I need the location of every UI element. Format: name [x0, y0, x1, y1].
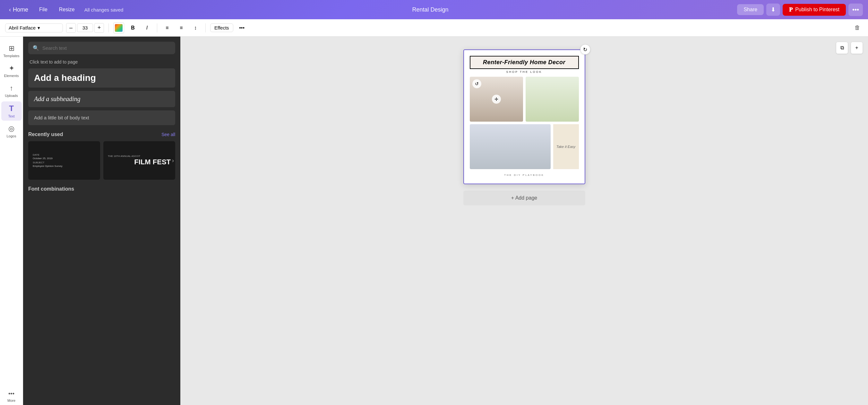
search-box[interactable]: 🔍 [28, 42, 175, 54]
add-subheading-option[interactable]: Add a subheading [28, 91, 175, 107]
text-panel: 🔍 Click text to add to page Add a headin… [23, 37, 180, 405]
recently-used-section-header: Recently used See all [28, 132, 175, 137]
font-size-decrease-button[interactable]: – [66, 23, 76, 33]
sidebar-item-more-label: More [7, 399, 16, 402]
color-swatch [115, 24, 123, 32]
design-card[interactable]: Renter-Friendly Home Decor SHOP THE LOOK… [463, 50, 585, 184]
search-input[interactable] [42, 45, 171, 51]
sidebar-item-text[interactable]: T Text [1, 101, 22, 121]
room-image [470, 124, 551, 169]
share-button[interactable]: Share [737, 4, 764, 15]
sidebar-icons: ⊞ Templates ✦ Elements ↑ Uploads T Text … [0, 37, 23, 405]
see-all-button[interactable]: See all [161, 132, 175, 137]
template2-title: FILM FEST [108, 158, 171, 166]
uploads-icon: ↑ [10, 84, 13, 92]
add-heading-option[interactable]: Add a heading [28, 68, 175, 88]
canvas-area[interactable]: ⧉ + Renter-Friendly Home Decor SHOP THE … [180, 37, 868, 405]
undo-icon[interactable]: ↺ [472, 79, 481, 88]
autosave-status: All changes saved [84, 7, 124, 12]
move-handle[interactable]: ✛ [492, 95, 501, 104]
design-images-top: ↺ ✛ [470, 77, 579, 122]
sidebar-item-uploads[interactable]: ↑ Uploads [1, 82, 22, 100]
list-button[interactable]: ≡ [176, 23, 187, 33]
resize-button[interactable]: Resize [55, 5, 79, 14]
template-card-2[interactable]: THE 16TH ANNUAL ASCOT FILM FEST › [103, 141, 175, 180]
design-subtitle: SHOP THE LOOK [470, 70, 579, 73]
canvas-controls: ⧉ + [836, 42, 863, 54]
rotate-handle[interactable]: ↻ [580, 44, 590, 55]
main-content: ⊞ Templates ✦ Elements ↑ Uploads T Text … [0, 37, 868, 405]
rotate-icon: ↻ [583, 46, 587, 53]
chevron-down-icon: ▾ [37, 25, 40, 31]
bed-image: ↺ ✛ [470, 77, 523, 122]
topbar-more-button[interactable]: ••• [848, 3, 863, 16]
design-card-wrapper: Renter-Friendly Home Decor SHOP THE LOOK… [463, 50, 585, 184]
divider-1 [108, 24, 109, 32]
subheading-label: Add a subheading [34, 95, 80, 102]
delete-button[interactable]: 🗑 [852, 23, 863, 33]
design-title: Renter-Friendly Home Decor [473, 59, 576, 66]
add-frame-button[interactable]: + [851, 42, 863, 54]
template1-subject-value: Employee Opinion Survey [33, 165, 96, 167]
click-text-hint: Click text to add to page [28, 59, 175, 64]
italic-button[interactable]: I [142, 23, 152, 33]
font-size-increase-button[interactable]: + [94, 23, 104, 33]
duplicate-icon: ⧉ [840, 45, 844, 51]
design-card-inner: Renter-Friendly Home Decor SHOP THE LOOK… [463, 50, 585, 184]
heading-label: Add a heading [34, 73, 96, 83]
sidebar-item-elements-label: Elements [4, 74, 19, 77]
templates-icon: ⊞ [9, 44, 14, 53]
font-name-label: Abril Fatface [9, 25, 36, 30]
sidebar-item-text-label: Text [8, 114, 14, 118]
toolbar-more-button[interactable]: ••• [237, 23, 247, 33]
template1-subject-label: SUBJECT [33, 161, 96, 164]
add-frame-icon: + [855, 45, 858, 51]
sidebar-item-more[interactable]: ••• More [1, 388, 22, 405]
body-label: Add a little bit of body text [34, 115, 89, 120]
more-icon: ••• [8, 391, 14, 397]
formatting-toolbar: Abril Fatface ▾ – + B I ≡ ≡ ↕ Effects ••… [0, 19, 868, 37]
recently-used-grid: DATE October 25, 2019 SUBJECT Employee O… [28, 141, 175, 180]
effects-button[interactable]: Effects [210, 24, 233, 32]
divider-2 [157, 24, 157, 32]
sidebar-item-templates-label: Templates [3, 54, 19, 58]
download-button[interactable]: ⬇ [766, 3, 780, 16]
font-combinations-title: Font combinations [28, 186, 175, 192]
download-icon: ⬇ [771, 6, 776, 13]
decor-text: Take it Easy [556, 145, 576, 149]
file-button[interactable]: File [35, 5, 52, 14]
template1-date-value: October 25, 2019 [33, 157, 96, 160]
sidebar-item-logos-label: Logos [7, 134, 17, 138]
search-icon: 🔍 [33, 45, 39, 51]
font-size-input[interactable] [77, 24, 93, 32]
add-body-option[interactable]: Add a little bit of body text [28, 111, 175, 125]
template2-annual-label: THE 16TH ANNUAL ASCOT [108, 155, 171, 158]
template-card-1[interactable]: DATE October 25, 2019 SUBJECT Employee O… [28, 141, 100, 180]
tree-image [526, 77, 579, 122]
home-button[interactable]: ‹ Home [5, 4, 32, 15]
add-page-button[interactable]: + Add page [463, 191, 585, 206]
divider-3 [205, 24, 206, 32]
text-align-button[interactable]: ≡ [162, 23, 173, 33]
sidebar-item-logos[interactable]: ◎ Logos [1, 122, 22, 141]
sidebar-item-templates[interactable]: ⊞ Templates [1, 42, 22, 60]
line-spacing-button[interactable]: ↕ [190, 23, 201, 33]
recently-used-title: Recently used [28, 132, 63, 137]
elements-icon: ✦ [9, 64, 14, 72]
pinterest-publish-button[interactable]: 𝐏 Publish to Pinterest [783, 4, 846, 16]
text-color-button[interactable] [113, 23, 124, 33]
template1-date-label: DATE [33, 153, 96, 156]
document-title: Rental Design [126, 6, 735, 13]
logos-icon: ◎ [8, 125, 14, 133]
font-family-selector[interactable]: Abril Fatface ▾ [5, 24, 63, 32]
decor-image: Take it Easy [553, 124, 579, 169]
sidebar-item-elements[interactable]: ✦ Elements [1, 62, 22, 80]
duplicate-frame-button[interactable]: ⧉ [836, 42, 848, 54]
topbar: ‹ Home File Resize All changes saved Ren… [0, 0, 868, 19]
bold-button[interactable]: B [127, 23, 138, 33]
text-icon: T [9, 104, 14, 113]
template-expand-icon[interactable]: › [172, 157, 174, 164]
design-images-bottom: Take it Easy [470, 124, 579, 169]
pinterest-icon: 𝐏 [789, 6, 793, 13]
design-title-bar: Renter-Friendly Home Decor [470, 56, 579, 69]
